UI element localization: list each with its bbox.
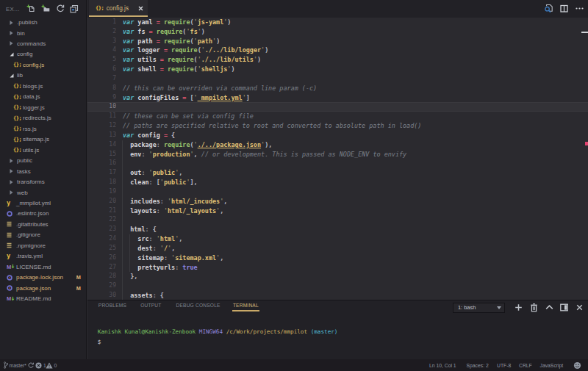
code-line-9[interactable]: 9var configFiles = ['_mmpilot.yml'] [87, 93, 588, 103]
dropdown-arrow-icon [497, 306, 501, 309]
tree-folder-config[interactable]: config [0, 49, 86, 60]
tree-folder--publish[interactable]: .publish [0, 17, 86, 27]
move-panel-icon[interactable] [559, 303, 569, 312]
tree-folder-transforms[interactable]: transforms [0, 176, 86, 187]
code-line-6[interactable]: 6var shell = require('shelljs') [87, 65, 588, 74]
code-line-10[interactable]: 10 [87, 102, 588, 112]
line-number: 7 [87, 74, 116, 84]
shell-select-value: 1: bash [458, 304, 476, 311]
tree-folder-lib[interactable]: lib [0, 71, 86, 81]
code-line-12[interactable]: 12// paths are specified relative to roo… [87, 121, 588, 131]
npm-file-icon [7, 274, 16, 281]
status-indentation[interactable]: Spaces: 2 [467, 359, 489, 371]
tree-folder-web[interactable]: web [0, 187, 86, 198]
code-line-30[interactable]: 30 assets: { [87, 291, 588, 300]
code-line-2[interactable]: 2var fs = require('fs') [87, 27, 588, 37]
tree-file-redirects-js[interactable]: {};redirects.js [0, 113, 86, 123]
split-editor-icon[interactable] [559, 4, 569, 13]
code-line-28[interactable]: 28 }, [87, 272, 588, 281]
code-line-1[interactable]: 1var yaml = require('js-yaml') [87, 18, 588, 27]
tree-file-package-lock-json[interactable]: package-lock.jsonM [0, 273, 86, 283]
status-eol[interactable]: CRLF [519, 359, 532, 371]
status-sync[interactable] [28, 359, 34, 371]
code-text: prettyurls: true [123, 263, 198, 273]
tree-item-label: config.js [23, 62, 44, 68]
tree-file-logger-js[interactable]: {};logger.js [0, 102, 86, 112]
tree-file-config-js[interactable]: {};config.js [0, 60, 86, 70]
code-line-8[interactable]: 8// this can be overriden via command li… [87, 84, 588, 93]
terminal-shell-select[interactable]: 1: bash [453, 303, 505, 314]
tree-file-blogs-js[interactable]: {};blogs.js [0, 81, 86, 91]
panel-tab-terminal[interactable]: TERMINAL [233, 302, 259, 309]
new-terminal-icon[interactable] [514, 303, 523, 312]
tree-file-sitemap-js[interactable]: {};sitemap.js [0, 134, 86, 144]
code-line-4[interactable]: 4var logger = require('./../lib/logger') [87, 46, 588, 55]
tree-file--eslintrc-json[interactable]: .eslintrc.json [0, 209, 86, 219]
tree-file--travis-yml[interactable]: y.travis.yml [0, 251, 86, 262]
line-number: 27 [87, 263, 116, 273]
tree-file--gitignore[interactable]: .gitignore [0, 230, 86, 240]
tree-file--gitattributes[interactable]: .gitattributes [0, 219, 86, 229]
new-folder-icon[interactable] [41, 4, 50, 13]
terminal-output[interactable]: Kanishk Kunal@Kanishk-Zenbook MINGW64 /c… [98, 327, 338, 347]
close-panel-icon[interactable] [575, 303, 584, 312]
tab-close-icon[interactable] [138, 6, 143, 11]
code-line-25[interactable]: 25 dest: '/', [87, 244, 588, 253]
status-git-branch[interactable]: master* [4, 359, 26, 371]
code-line-23[interactable]: 23 html: { [87, 225, 588, 234]
tree-file--mmpilot-yml[interactable]: y_mmpilot.yml [0, 198, 86, 208]
code-line-14[interactable]: 14 package: require('./../package.json')… [87, 140, 588, 150]
code-line-21[interactable]: 21 layouts: 'html/_layouts', [87, 206, 588, 216]
tree-file-utils-js[interactable]: {};utils.js [0, 145, 86, 155]
new-file-icon[interactable] [26, 4, 35, 13]
tree-folder-public[interactable]: public [0, 155, 86, 165]
maximize-panel-icon[interactable] [545, 303, 554, 312]
panel-tab-output[interactable]: OUTPUT [140, 302, 161, 309]
tree-file-readme-md[interactable]: MREADME.md [0, 293, 86, 303]
tree-file-package-json[interactable]: package.jsonM [0, 283, 86, 293]
tree-item-label: utils.js [23, 147, 39, 154]
code-line-26[interactable]: 26 sitemap: 'sitemap.xml', [87, 253, 588, 263]
code-line-27[interactable]: 27 prettyurls: true [87, 263, 588, 273]
code-line-22[interactable]: 22 [87, 215, 588, 225]
status-cursor-position[interactable]: Ln 10, Col 1 [429, 359, 456, 371]
kill-terminal-icon[interactable] [529, 303, 539, 312]
code-line-18[interactable]: 18 clean: ['public'], [87, 178, 588, 187]
panel-tab-problems[interactable]: PROBLEMS [98, 302, 126, 309]
code-line-5[interactable]: 5var utils = require('./../lib/utils') [87, 55, 588, 65]
code-editor[interactable]: 1var yaml = require('js-yaml')2var fs = … [87, 18, 588, 300]
panel-tab-debug-console[interactable]: DEBUG CONSOLE [176, 302, 220, 309]
tree-file-data-js[interactable]: {};data.js [0, 92, 86, 102]
code-line-15[interactable]: 15 env: 'production', // or development.… [87, 150, 588, 159]
collapse-all-icon[interactable] [70, 4, 79, 13]
tree-file--npmignore[interactable]: .npmignore [0, 240, 86, 251]
code-line-17[interactable]: 17 out: 'public', [87, 168, 588, 178]
code-line-11[interactable]: 11// these can be set via config file [87, 112, 588, 121]
more-actions-icon[interactable] [575, 4, 584, 13]
code-line-19[interactable]: 19 [87, 187, 588, 197]
search-doc-icon[interactable] [544, 4, 553, 13]
code-line-24[interactable]: 24 src: 'html', [87, 234, 588, 244]
tree-file-license-md[interactable]: MLICENSE.md [0, 262, 86, 272]
status-language-mode[interactable]: JavaScript [540, 359, 564, 371]
overview-change-mark [585, 142, 588, 145]
status-encoding[interactable]: UTF-8 [497, 359, 511, 371]
tree-folder-commands[interactable]: commands [0, 38, 86, 48]
status-warnings[interactable]: 0 [46, 359, 57, 371]
tab-config-js[interactable]: {}; config.js [89, 0, 148, 17]
tree-folder-bin[interactable]: bin [0, 28, 86, 38]
tree-folder-tasks[interactable]: tasks [0, 166, 86, 176]
code-line-13[interactable]: 13var config = { [87, 131, 588, 140]
line-number: 26 [87, 253, 116, 263]
code-line-16[interactable]: 16 [87, 159, 588, 168]
code-line-20[interactable]: 20 includes: 'html/_incudes', [87, 197, 588, 206]
file-tree: .publishbincommandsconfig{};config.jslib… [0, 17, 86, 304]
tree-file-rss-js[interactable]: {};rss.js [0, 123, 86, 134]
tree-item-label: LICENSE.md [16, 264, 51, 270]
code-line-3[interactable]: 3var path = require('path') [87, 37, 588, 46]
code-line-7[interactable]: 7 [87, 74, 588, 84]
code-text: // paths are specified relative to root … [123, 121, 421, 131]
status-feedback[interactable] [573, 359, 581, 371]
code-line-29[interactable]: 29 [87, 281, 588, 291]
refresh-icon[interactable] [56, 4, 65, 13]
